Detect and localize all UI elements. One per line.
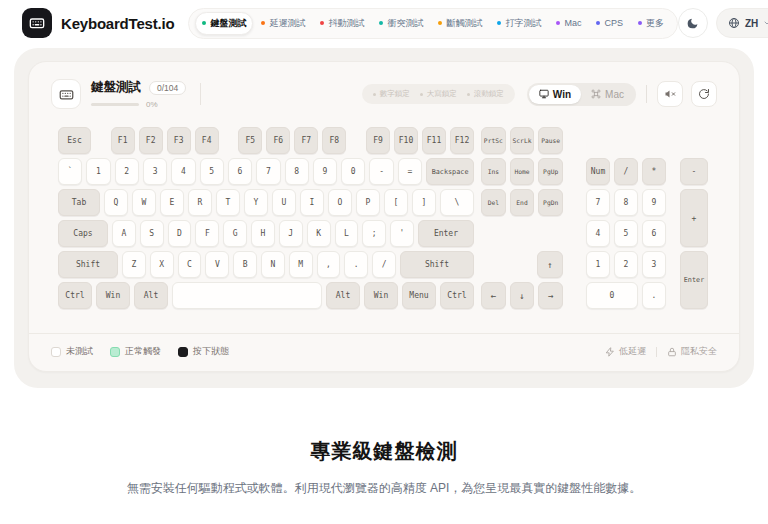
key-F5[interactable]: F5 xyxy=(238,127,262,154)
key-Ctrl[interactable]: Ctrl xyxy=(440,282,474,309)
key-F6[interactable]: F6 xyxy=(266,127,290,154)
key-S[interactable]: S xyxy=(140,220,164,247)
key-Z[interactable]: Z xyxy=(122,251,146,278)
key-space[interactable] xyxy=(172,282,322,309)
key-][interactable]: ] xyxy=(412,189,436,216)
key-1[interactable]: 1 xyxy=(586,251,610,278)
key-5[interactable]: 5 xyxy=(614,220,638,247)
key-Backspace[interactable]: Backspace xyxy=(426,158,474,185)
key-↑[interactable]: ↑ xyxy=(537,251,563,278)
key-9[interactable]: 9 xyxy=(313,158,337,185)
key-F9[interactable]: F9 xyxy=(366,127,390,154)
key-1[interactable]: 1 xyxy=(86,158,110,185)
key-V[interactable]: V xyxy=(205,251,229,278)
key-4[interactable]: 4 xyxy=(586,220,610,247)
key-Win[interactable]: Win xyxy=(364,282,398,309)
key-,[interactable]: , xyxy=(317,251,341,278)
key-'[interactable]: ' xyxy=(390,220,414,247)
key-Esc[interactable]: Esc xyxy=(58,127,91,154)
key-=[interactable]: = xyxy=(398,158,422,185)
key-7[interactable]: 7 xyxy=(256,158,280,185)
key-O[interactable]: O xyxy=(328,189,352,216)
key-numpad-+[interactable]: + xyxy=(680,189,708,247)
key-Y[interactable]: Y xyxy=(244,189,268,216)
key-↓[interactable]: ↓ xyxy=(510,282,535,309)
key-Tab[interactable]: Tab xyxy=(58,189,100,216)
key-F8[interactable]: F8 xyxy=(322,127,346,154)
mute-button[interactable] xyxy=(657,81,683,107)
nav-tab-延遲測試[interactable]: 延遲測試 xyxy=(254,12,312,35)
key-U[interactable]: U xyxy=(272,189,296,216)
key-6[interactable]: 6 xyxy=(642,220,666,247)
nav-tab-鍵盤測試[interactable]: 鍵盤測試 xyxy=(195,12,253,35)
key-D[interactable]: D xyxy=(168,220,192,247)
key-B[interactable]: B xyxy=(233,251,257,278)
key-F12[interactable]: F12 xyxy=(450,127,474,154)
key-F[interactable]: F xyxy=(195,220,219,247)
key-numpad-Enter[interactable]: Enter xyxy=(680,251,708,309)
key-F3[interactable]: F3 xyxy=(167,127,191,154)
key-Menu[interactable]: Menu xyxy=(402,282,436,309)
nav-tab-更多[interactable]: 更多 xyxy=(631,12,671,35)
key-F7[interactable]: F7 xyxy=(294,127,318,154)
key-Q[interactable]: Q xyxy=(104,189,128,216)
key-K[interactable]: K xyxy=(307,220,331,247)
key-R[interactable]: R xyxy=(188,189,212,216)
key-Alt[interactable]: Alt xyxy=(326,282,360,309)
nav-tab-CPS[interactable]: CPS xyxy=(589,13,630,33)
key-3[interactable]: 3 xyxy=(143,158,167,185)
language-selector[interactable]: ZH xyxy=(716,8,768,38)
key-8[interactable]: 8 xyxy=(614,189,638,216)
key-Enter[interactable]: Enter xyxy=(418,220,474,247)
key-PgUp[interactable]: PgUp xyxy=(538,158,563,185)
key-Alt[interactable]: Alt xyxy=(134,282,168,309)
key-←[interactable]: ← xyxy=(481,282,506,309)
os-toggle-win[interactable]: Win xyxy=(529,85,581,104)
key-J[interactable]: J xyxy=(279,220,303,247)
key-X[interactable]: X xyxy=(150,251,174,278)
key-Num[interactable]: Num xyxy=(586,158,610,185)
key-.[interactable]: . xyxy=(344,251,368,278)
key-E[interactable]: E xyxy=(160,189,184,216)
key-[[interactable]: [ xyxy=(384,189,408,216)
key-5[interactable]: 5 xyxy=(200,158,224,185)
key-T[interactable]: T xyxy=(216,189,240,216)
key-F1[interactable]: F1 xyxy=(111,127,135,154)
key-F11[interactable]: F11 xyxy=(422,127,446,154)
nav-tab-Mac[interactable]: Mac xyxy=(549,13,588,33)
key-2[interactable]: 2 xyxy=(115,158,139,185)
key-/[interactable]: / xyxy=(614,158,638,185)
key-8[interactable]: 8 xyxy=(285,158,309,185)
key-Pause[interactable]: Pause xyxy=(538,127,563,154)
key-4[interactable]: 4 xyxy=(171,158,195,185)
key-L[interactable]: L xyxy=(335,220,359,247)
nav-tab-衝突測試[interactable]: 衝突測試 xyxy=(372,12,430,35)
key-0[interactable]: 0 xyxy=(341,158,365,185)
key-PgDn[interactable]: PgDn xyxy=(538,189,563,216)
key-;[interactable]: ; xyxy=(362,220,386,247)
key-0[interactable]: 0 xyxy=(586,282,638,309)
key-9[interactable]: 9 xyxy=(642,189,666,216)
key-PrtSc[interactable]: PrtSc xyxy=(481,127,506,154)
key-Caps[interactable]: Caps xyxy=(58,220,108,247)
key-ScrLk[interactable]: ScrLk xyxy=(510,127,535,154)
key-3[interactable]: 3 xyxy=(642,251,666,278)
key-A[interactable]: A xyxy=(112,220,136,247)
key-.[interactable]: . xyxy=(642,282,666,309)
key-M[interactable]: M xyxy=(289,251,313,278)
key-Shift[interactable]: Shift xyxy=(58,251,118,278)
key-numpad--[interactable]: - xyxy=(680,158,708,185)
key-C[interactable]: C xyxy=(178,251,202,278)
key-→[interactable]: → xyxy=(538,282,563,309)
key-/[interactable]: / xyxy=(372,251,396,278)
key-F10[interactable]: F10 xyxy=(394,127,418,154)
key-Shift[interactable]: Shift xyxy=(400,251,474,278)
key--[interactable]: - xyxy=(369,158,393,185)
key-N[interactable]: N xyxy=(261,251,285,278)
key-W[interactable]: W xyxy=(132,189,156,216)
key-`[interactable]: ` xyxy=(58,158,82,185)
key-End[interactable]: End xyxy=(510,189,535,216)
key-7[interactable]: 7 xyxy=(586,189,610,216)
key-F2[interactable]: F2 xyxy=(139,127,163,154)
key-H[interactable]: H xyxy=(251,220,275,247)
